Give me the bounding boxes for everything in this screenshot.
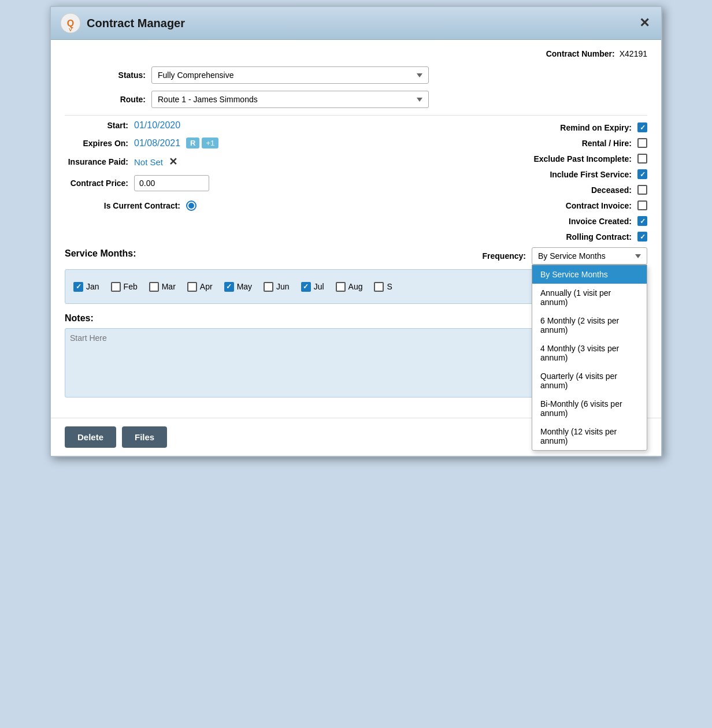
start-value: 01/10/2020 — [134, 120, 180, 131]
dropdown-item-4monthly[interactable]: 4 Monthly (3 visits per annum) — [532, 339, 647, 367]
rental-hire-checkbox[interactable] — [637, 138, 647, 148]
dropdown-item-annually[interactable]: Annually (1 visit per annum) — [532, 284, 647, 311]
month-jul-checkbox[interactable] — [301, 282, 311, 292]
month-aug: Aug — [336, 276, 363, 298]
expires-row: Expires On: 01/08/2021 R +1 — [65, 138, 350, 148]
insurance-clear-icon[interactable]: ✕ — [169, 155, 177, 168]
frequency-select[interactable]: By Service Months Annually (1 visit per … — [532, 247, 647, 265]
month-may-checkbox[interactable] — [224, 282, 234, 292]
month-feb-checkbox[interactable] — [111, 282, 121, 292]
route-select[interactable]: Route 1 - James Simmonds Route 2 Route 3 — [151, 91, 429, 108]
insurance-row: Insurance Paid: Not Set ✕ — [65, 155, 350, 168]
svg-text:V: V — [69, 27, 72, 32]
remind-expiry-checkbox[interactable] — [637, 122, 647, 132]
contract-number-value: X42191 — [620, 49, 647, 58]
dropdown-item-6monthly[interactable]: 6 Monthly (2 visits per annum) — [532, 311, 647, 339]
expires-label: Expires On: — [65, 139, 128, 148]
contract-invoice-row: Contract Invoice: — [362, 200, 647, 210]
rolling-contract-row: Rolling Contract: — [362, 232, 647, 242]
start-date-row: Start: 01/10/2020 — [65, 120, 350, 131]
exclude-past-label: Exclude Past Incomplete: — [533, 154, 632, 164]
status-label: Status: — [65, 70, 146, 80]
month-apr-label: Apr — [200, 282, 213, 291]
start-label: Start: — [65, 121, 128, 130]
current-contract-radio[interactable] — [186, 200, 196, 211]
month-jul-label: Jul — [314, 282, 324, 291]
rental-hire-label: Rental / Hire: — [582, 139, 632, 148]
month-jun-label: Jun — [276, 282, 290, 291]
expires-value: 01/08/2021 — [134, 138, 180, 148]
rental-hire-row: Rental / Hire: — [362, 138, 647, 148]
app-logo: Q V — [60, 13, 81, 34]
contract-manager-modal: Q V Contract Manager ✕ Contract Number: … — [50, 6, 662, 457]
month-sep-label: S — [387, 282, 392, 291]
route-label: Route: — [65, 95, 146, 104]
insurance-value: Not Set — [134, 157, 163, 167]
month-apr: Apr — [187, 276, 213, 298]
month-jan-checkbox[interactable] — [73, 282, 83, 292]
two-col-section: Start: 01/10/2020 Expires On: 01/08/2021… — [65, 120, 647, 242]
radio-inner — [188, 203, 194, 209]
price-row: Contract Price: — [65, 175, 350, 191]
contract-number-label: Contract Number: — [546, 49, 615, 58]
remind-expiry-label: Remind on Expiry: — [560, 123, 632, 132]
deceased-row: Deceased: — [362, 185, 647, 195]
service-months-title: Service Months: — [65, 248, 136, 259]
include-first-label: Include First Service: — [550, 170, 632, 179]
current-contract-label: Is Current Contract: — [65, 201, 180, 210]
month-feb-label: Feb — [124, 282, 138, 291]
dropdown-item-by-service-months[interactable]: By Service Months — [532, 265, 647, 284]
left-col: Start: 01/10/2020 Expires On: 01/08/2021… — [65, 120, 350, 211]
footer-left: Delete Files — [65, 426, 167, 448]
status-select[interactable]: Fully Comprehensive Third Party Expired — [151, 66, 429, 84]
files-button[interactable]: Files — [122, 426, 167, 448]
dropdown-item-bimonthly[interactable]: Bi-Monthly (6 visits per annum) — [532, 395, 647, 422]
remind-expiry-row: Remind on Expiry: — [362, 122, 647, 132]
modal-title: Contract Manager — [87, 17, 185, 30]
contract-invoice-checkbox[interactable] — [637, 200, 647, 210]
dropdown-item-monthly[interactable]: Monthly (12 visits per annum) — [532, 422, 647, 450]
month-mar-checkbox[interactable] — [149, 282, 159, 292]
price-label: Contract Price: — [65, 179, 128, 188]
frequency-dropdown-overlay: By Service Months Annually (1 visit per … — [532, 265, 647, 451]
title-bar-left: Q V Contract Manager — [60, 13, 185, 34]
exclude-past-checkbox[interactable] — [637, 154, 647, 164]
deceased-checkbox[interactable] — [637, 185, 647, 195]
invoice-created-row: Invoice Created: — [362, 216, 647, 226]
dropdown-item-quarterly[interactable]: Quarterly (4 visits per annum) — [532, 367, 647, 395]
insurance-label: Insurance Paid: — [65, 157, 128, 166]
invoice-created-checkbox[interactable] — [637, 216, 647, 226]
month-mar: Mar — [149, 276, 176, 298]
badge-plus1[interactable]: +1 — [202, 138, 218, 148]
exclude-past-row: Exclude Past Incomplete: — [362, 154, 647, 164]
include-first-checkbox[interactable] — [637, 169, 647, 179]
month-sep-checkbox[interactable] — [374, 282, 384, 292]
contract-invoice-label: Contract Invoice: — [566, 201, 632, 210]
month-jun-checkbox[interactable] — [264, 282, 273, 292]
status-row: Status: Fully Comprehensive Third Party … — [65, 66, 647, 84]
month-jan-label: Jan — [86, 282, 99, 291]
rolling-contract-label: Rolling Contract: — [566, 232, 632, 242]
delete-button[interactable]: Delete — [65, 426, 116, 448]
deceased-label: Deceased: — [591, 185, 632, 195]
close-button[interactable]: ✕ — [637, 16, 652, 31]
rolling-contract-checkbox[interactable] — [637, 232, 647, 242]
modal-body: Contract Number: X42191 Status: Fully Co… — [51, 40, 661, 408]
current-contract-row: Is Current Contract: — [65, 200, 350, 211]
invoice-created-label: Invoice Created: — [569, 217, 632, 226]
frequency-dropdown-container: By Service Months Annually (1 visit per … — [532, 247, 647, 265]
expires-badges: R +1 — [186, 138, 218, 148]
month-may-label: May — [237, 282, 252, 291]
frequency-label: Frequency: — [483, 251, 526, 261]
price-input[interactable] — [134, 175, 209, 191]
month-jun: Jun — [264, 276, 290, 298]
title-bar: Q V Contract Manager ✕ — [51, 7, 661, 40]
month-jan: Jan — [73, 276, 99, 298]
month-aug-checkbox[interactable] — [336, 282, 346, 292]
month-may: May — [224, 276, 252, 298]
badge-r[interactable]: R — [186, 138, 199, 148]
right-col: Remind on Expiry: Rental / Hire: Exclude… — [362, 120, 647, 242]
month-jul: Jul — [301, 276, 324, 298]
service-months-section: Service Months: Frequency: By Service Mo… — [65, 247, 647, 304]
month-apr-checkbox[interactable] — [187, 282, 197, 292]
